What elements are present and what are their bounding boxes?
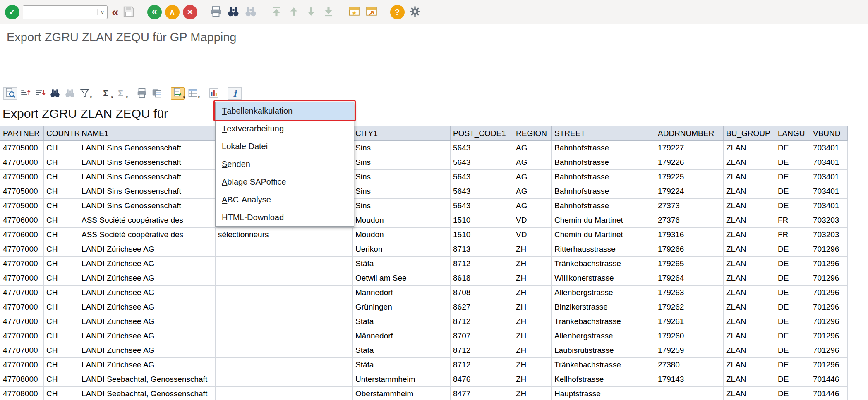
table-cell[interactable]: sélectionneurs [216, 228, 353, 242]
column-header-city1[interactable]: CITY1 [353, 126, 451, 141]
table-cell[interactable]: CH [44, 170, 79, 184]
table-cell[interactable]: ZH [513, 358, 552, 372]
table-cell[interactable]: DE [775, 387, 810, 400]
table-cell[interactable]: 8476 [451, 372, 513, 387]
table-cell[interactable]: 1510 [451, 228, 513, 242]
menu-item-ablage-sapoffice[interactable]: Ablage SAPoffice [216, 173, 354, 191]
table-cell[interactable]: VD [513, 228, 552, 242]
table-cell[interactable]: 701296 [810, 314, 848, 329]
table-cell[interactable]: 8713 [451, 242, 513, 257]
table-cell[interactable]: CH [44, 213, 79, 228]
table-cell[interactable]: ASS Société coopérative des [79, 228, 216, 242]
details-button[interactable] [3, 87, 17, 100]
filter-button[interactable]: ▾ [78, 87, 91, 100]
table-cell[interactable]: ASS Société coopérative des [79, 213, 216, 228]
table-cell[interactable]: 5643 [451, 155, 513, 170]
table-row[interactable]: 47705000CHLANDI Sins GenossenschaftSins5… [0, 199, 848, 213]
table-row[interactable]: 47708000CHLANDI Seebachtal, Genossenscha… [0, 372, 848, 387]
table-cell[interactable]: Grüningen [353, 300, 451, 314]
table-cell[interactable]: 703401 [810, 199, 848, 213]
table-cell[interactable]: 701296 [810, 257, 848, 271]
table-cell[interactable]: Tränkebachstrasse [552, 257, 655, 271]
table-cell[interactable]: 179224 [655, 184, 724, 199]
table-cell[interactable]: CH [44, 271, 79, 286]
table-row[interactable]: 47707000CHLANDI Zürichsee AGUerikon8713Z… [0, 242, 848, 257]
table-cell[interactable] [216, 387, 353, 400]
table-cell[interactable]: LANDI Zürichsee AG [79, 358, 216, 372]
table-cell[interactable]: 5643 [451, 141, 513, 155]
table-cell[interactable]: CH [44, 228, 79, 242]
table-cell[interactable]: 47705000 [0, 155, 44, 170]
column-header-region[interactable]: REGION [513, 126, 552, 141]
table-cell[interactable] [216, 271, 353, 286]
sort-descending-button[interactable] [33, 87, 47, 100]
table-cell[interactable]: 8477 [451, 387, 513, 400]
table-cell[interactable]: AG [513, 184, 552, 199]
print-button[interactable] [209, 5, 223, 19]
table-cell[interactable]: ZH [513, 257, 552, 271]
command-field[interactable]: ∨ [23, 5, 108, 19]
first-page-button[interactable] [269, 5, 283, 19]
chevron-down-icon[interactable]: ∨ [97, 9, 107, 15]
table-cell[interactable]: LANDI Sins Genossenschaft [79, 199, 216, 213]
table-cell[interactable]: 47705000 [0, 184, 44, 199]
table-row[interactable]: 47707000CHLANDI Zürichsee AGMännedorf870… [0, 286, 848, 300]
table-cell[interactable]: ZLAN [724, 155, 775, 170]
table-cell[interactable]: Sins [353, 184, 451, 199]
table-row[interactable]: 47705000CHLANDI Sins GenossenschaftSins5… [0, 155, 848, 170]
table-row[interactable]: 47707000CHLANDI Zürichsee AGStäfa8712ZHT… [0, 257, 848, 271]
table-cell[interactable]: 5643 [451, 199, 513, 213]
table-cell[interactable]: 701296 [810, 358, 848, 372]
table-cell[interactable]: LANDI Sins Genossenschaft [79, 184, 216, 199]
column-header-addrnumber[interactable]: ADDRNUMBER [655, 126, 724, 141]
table-cell[interactable]: Stäfa [353, 314, 451, 329]
table-cell[interactable]: LANDI Zürichsee AG [79, 329, 216, 343]
table-cell[interactable]: FR [775, 228, 810, 242]
cancel-button[interactable]: × [183, 5, 197, 19]
table-row[interactable]: 47707000CHLANDI Zürichsee AGGrüningen862… [0, 300, 848, 314]
table-cell[interactable]: ZLAN [724, 372, 775, 387]
table-cell[interactable]: CH [44, 372, 79, 387]
table-cell[interactable]: Oetwil am See [353, 271, 451, 286]
table-cell[interactable]: LANDI Sins Genossenschaft [79, 170, 216, 184]
graphic-button[interactable] [207, 87, 221, 100]
table-cell[interactable]: AG [513, 170, 552, 184]
table-cell[interactable]: 27380 [655, 358, 724, 372]
table-cell[interactable]: 701296 [810, 242, 848, 257]
table-cell[interactable]: Sins [353, 141, 451, 155]
column-header-country[interactable]: COUNTRY [44, 126, 79, 141]
page-down-button[interactable] [304, 5, 318, 19]
column-header-vbund[interactable]: VBUND [810, 126, 848, 141]
table-cell[interactable]: DE [775, 242, 810, 257]
table-cell[interactable]: AG [513, 155, 552, 170]
customize-button[interactable] [408, 5, 422, 19]
table-cell[interactable]: 47707000 [0, 271, 44, 286]
table-cell[interactable]: 179266 [655, 242, 724, 257]
table-cell[interactable]: CH [44, 343, 79, 358]
table-cell[interactable]: 47707000 [0, 329, 44, 343]
table-cell[interactable]: 8627 [451, 300, 513, 314]
table-row[interactable]: 47707000CHLANDI Zürichsee AGMännedorf870… [0, 329, 848, 343]
table-cell[interactable]: ZLAN [724, 343, 775, 358]
table-cell[interactable]: 8618 [451, 271, 513, 286]
table-cell[interactable]: 703401 [810, 155, 848, 170]
table-row[interactable]: 47708000CHLANDI Seebachtal, Genossenscha… [0, 387, 848, 400]
table-cell[interactable]: DE [775, 372, 810, 387]
table-cell[interactable] [216, 343, 353, 358]
command-input[interactable] [23, 6, 97, 19]
table-cell[interactable]: Bahnhofstrasse [552, 199, 655, 213]
table-cell[interactable]: DE [775, 286, 810, 300]
table-cell[interactable]: CH [44, 358, 79, 372]
table-cell[interactable]: ZLAN [724, 228, 775, 242]
table-cell[interactable]: Stäfa [353, 257, 451, 271]
table-cell[interactable]: ZLAN [724, 184, 775, 199]
print-preview-button[interactable] [150, 87, 163, 100]
table-cell[interactable]: ZH [513, 286, 552, 300]
table-cell[interactable]: FR [775, 213, 810, 228]
table-cell[interactable]: CH [44, 141, 79, 155]
table-cell[interactable]: Chemin du Martinet [552, 213, 655, 228]
table-cell[interactable]: Stäfa [353, 358, 451, 372]
table-cell[interactable]: 703401 [810, 184, 848, 199]
table-cell[interactable]: 47707000 [0, 343, 44, 358]
table-cell[interactable]: 1510 [451, 213, 513, 228]
